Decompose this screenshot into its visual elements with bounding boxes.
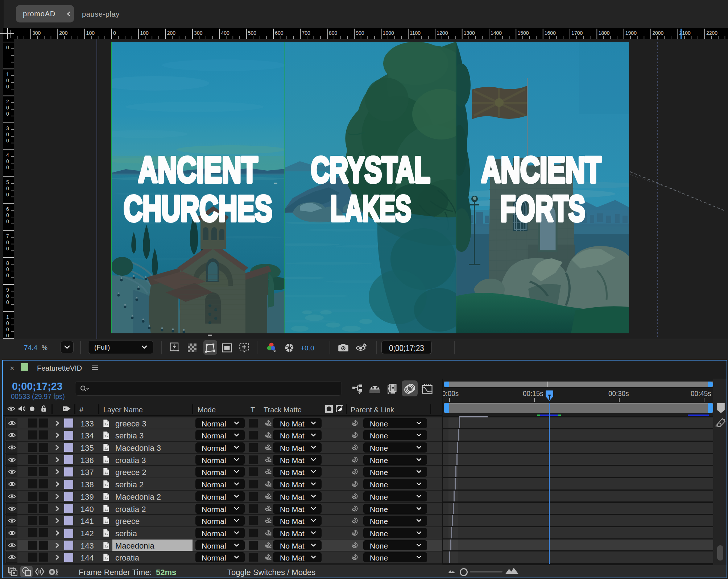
svg-text:0: 0 bbox=[6, 239, 9, 245]
svg-text:400: 400 bbox=[221, 30, 229, 36]
svg-text:0: 0 bbox=[6, 78, 9, 83]
svg-text:600: 600 bbox=[275, 30, 284, 36]
svg-text:0: 0 bbox=[6, 333, 9, 338]
svg-text:1900: 1900 bbox=[625, 30, 637, 36]
svg-text:0: 0 bbox=[6, 164, 9, 170]
svg-text:0: 0 bbox=[6, 138, 9, 143]
svg-text:0: 0 bbox=[6, 192, 9, 197]
svg-text:0: 0 bbox=[6, 158, 9, 164]
svg-text:0: 0 bbox=[6, 105, 9, 111]
svg-text:100: 100 bbox=[86, 30, 95, 36]
svg-text:0: 0 bbox=[6, 320, 9, 326]
svg-text:500: 500 bbox=[248, 30, 257, 36]
svg-text:ANCIENT: ANCIENT bbox=[481, 149, 601, 190]
svg-text:0: 0 bbox=[6, 218, 9, 224]
svg-text:1100: 1100 bbox=[410, 30, 421, 36]
svg-text:0: 0 bbox=[6, 132, 9, 137]
svg-text:7: 7 bbox=[6, 233, 9, 239]
svg-text:3: 3 bbox=[6, 125, 9, 131]
svg-text:LAKES: LAKES bbox=[331, 188, 411, 229]
svg-text:700: 700 bbox=[302, 30, 311, 36]
svg-text:2200: 2200 bbox=[706, 30, 717, 36]
svg-text:0: 0 bbox=[6, 299, 9, 305]
svg-text:1700: 1700 bbox=[571, 30, 583, 36]
svg-text:4: 4 bbox=[6, 152, 9, 158]
svg-text:1600: 1600 bbox=[545, 30, 556, 36]
svg-text:200: 200 bbox=[167, 30, 176, 36]
svg-text:6: 6 bbox=[6, 206, 9, 212]
svg-text:FORTS: FORTS bbox=[500, 188, 585, 229]
svg-text:0: 0 bbox=[6, 266, 9, 272]
svg-text:0: 0 bbox=[6, 293, 9, 299]
svg-text:0: 0 bbox=[6, 326, 9, 332]
svg-text:5: 5 bbox=[6, 179, 9, 185]
svg-text:1: 1 bbox=[6, 314, 9, 320]
svg-text:CRYSTAL: CRYSTAL bbox=[311, 149, 430, 190]
svg-text:1: 1 bbox=[6, 71, 9, 77]
svg-text:0: 0 bbox=[113, 30, 116, 36]
svg-text:800: 800 bbox=[329, 30, 338, 36]
svg-text:900: 900 bbox=[356, 30, 364, 36]
svg-text:ANCIENT: ANCIENT bbox=[138, 149, 258, 190]
svg-text:300: 300 bbox=[194, 30, 203, 36]
svg-text:0: 0 bbox=[6, 186, 9, 191]
svg-text:1300: 1300 bbox=[464, 30, 475, 36]
svg-text:2: 2 bbox=[6, 99, 9, 104]
svg-text:200: 200 bbox=[59, 30, 68, 36]
svg-text:1200: 1200 bbox=[437, 30, 448, 36]
svg-text:0: 0 bbox=[6, 212, 9, 218]
svg-text:0: 0 bbox=[6, 84, 9, 89]
svg-text:8: 8 bbox=[6, 260, 9, 266]
svg-text:0: 0 bbox=[6, 45, 9, 50]
svg-text:1400: 1400 bbox=[491, 30, 502, 36]
svg-text:300: 300 bbox=[32, 30, 41, 36]
svg-text:1800: 1800 bbox=[599, 30, 610, 36]
svg-text:CHURCHES: CHURCHES bbox=[124, 188, 272, 229]
svg-text:1000: 1000 bbox=[383, 30, 394, 36]
svg-text:0: 0 bbox=[6, 111, 9, 117]
svg-text:100: 100 bbox=[140, 30, 149, 36]
svg-text:2000: 2000 bbox=[652, 30, 663, 36]
svg-text:1500: 1500 bbox=[517, 30, 529, 36]
svg-text:0: 0 bbox=[6, 246, 9, 251]
svg-text:9: 9 bbox=[6, 287, 9, 293]
svg-text:0: 0 bbox=[6, 272, 9, 278]
